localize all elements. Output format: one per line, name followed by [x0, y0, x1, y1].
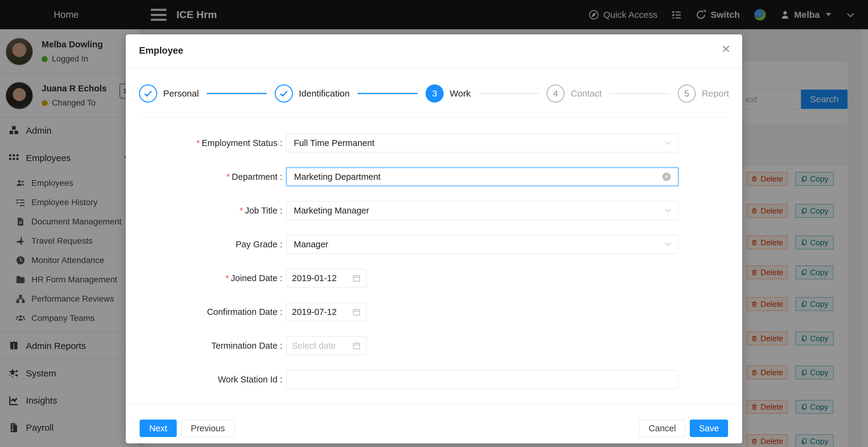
step-label: Work	[450, 88, 470, 99]
divider	[126, 404, 742, 405]
chevron-down-icon	[664, 242, 671, 246]
select-value: Marketing Manager	[294, 206, 664, 216]
joined-date-picker[interactable]: 2019-01-12	[286, 269, 367, 288]
clear-icon[interactable]: ✕	[662, 173, 671, 181]
modal-title: Employee	[139, 45, 183, 56]
chevron-down-icon	[664, 208, 671, 213]
required-asterisk: *	[240, 206, 243, 215]
confirmation-date-picker[interactable]: 2019-07-12	[286, 302, 367, 321]
field-label: Confirmation Date :	[126, 302, 282, 321]
pay-grade-select[interactable]: Manager	[286, 235, 679, 254]
select-value: Manager	[294, 239, 664, 249]
step-label: Contact	[570, 88, 602, 99]
form-row-termination-date: Termination Date : Select date	[126, 336, 742, 355]
previous-button[interactable]: Previous	[181, 420, 235, 437]
calendar-icon	[352, 341, 361, 350]
work-station-input[interactable]	[286, 370, 679, 389]
required-asterisk: *	[226, 172, 230, 182]
required-asterisk: *	[196, 138, 200, 148]
step-report[interactable]: 5 Report	[678, 85, 729, 102]
date-placeholder: Select date	[292, 341, 352, 351]
form-row-job-title: *Job Title : Marketing Manager	[126, 201, 742, 220]
next-button[interactable]: Next	[140, 420, 177, 437]
field-label: Termination Date :	[126, 336, 282, 355]
calendar-icon	[352, 308, 361, 316]
calendar-icon	[352, 274, 361, 282]
required-asterisk: *	[226, 273, 229, 283]
divider	[139, 117, 729, 118]
field-label: *Job Title :	[126, 201, 282, 220]
form-row-confirmation-date: Confirmation Date : 2019-07-12	[126, 302, 742, 321]
check-icon	[139, 85, 157, 102]
field-label: *Employment Status :	[126, 133, 282, 152]
date-value: 2019-07-12	[292, 307, 352, 317]
field-label: Work Station Id :	[126, 370, 282, 389]
employee-modal: Employee ✕ Personal Identification 3 Wor…	[126, 34, 742, 443]
step-connector	[358, 93, 418, 94]
select-value: Marketing Department	[294, 172, 662, 182]
step-connector	[610, 93, 670, 94]
step-work[interactable]: 3 Work	[426, 85, 470, 102]
form-row-joined-date: *Joined Date : 2019-01-12	[126, 269, 742, 288]
step-identification[interactable]: Identification	[275, 85, 349, 102]
field-label: *Joined Date :	[126, 269, 282, 288]
step-personal[interactable]: Personal	[139, 85, 199, 102]
select-value: Full Time Permanent	[294, 138, 664, 148]
step-label: Personal	[163, 88, 199, 99]
department-select[interactable]: Marketing Department ✕	[286, 168, 679, 186]
field-label: Pay Grade :	[126, 235, 282, 254]
step-number: 3	[426, 85, 444, 102]
step-contact[interactable]: 4 Contact	[547, 85, 602, 102]
step-label: Report	[702, 88, 729, 99]
termination-date-picker[interactable]: Select date	[286, 336, 367, 355]
form-row-department: *Department : Marketing Department ✕	[126, 168, 742, 186]
form-row-work-station-id: Work Station Id :	[126, 370, 742, 389]
cancel-button[interactable]: Cancel	[640, 420, 685, 437]
field-label: *Department :	[126, 168, 282, 186]
step-label: Identification	[299, 88, 349, 99]
modal-header: Employee ✕	[126, 34, 742, 68]
form-row-pay-grade: Pay Grade : Manager	[126, 235, 742, 254]
check-icon	[275, 85, 293, 102]
step-connector	[478, 93, 539, 94]
step-number: 5	[678, 85, 696, 102]
chevron-down-icon	[664, 141, 671, 145]
form-row-employment-status: *Employment Status : Full Time Permanent	[126, 133, 742, 152]
step-number: 4	[547, 85, 565, 102]
wizard-steps: Personal Identification 3 Work 4 Contact…	[139, 84, 729, 103]
step-connector	[207, 93, 267, 94]
job-title-select[interactable]: Marketing Manager	[286, 201, 679, 220]
date-value: 2019-01-12	[292, 273, 352, 283]
save-button[interactable]: Save	[690, 420, 728, 437]
close-icon[interactable]: ✕	[721, 43, 731, 55]
employment-status-select[interactable]: Full Time Permanent	[286, 133, 679, 152]
